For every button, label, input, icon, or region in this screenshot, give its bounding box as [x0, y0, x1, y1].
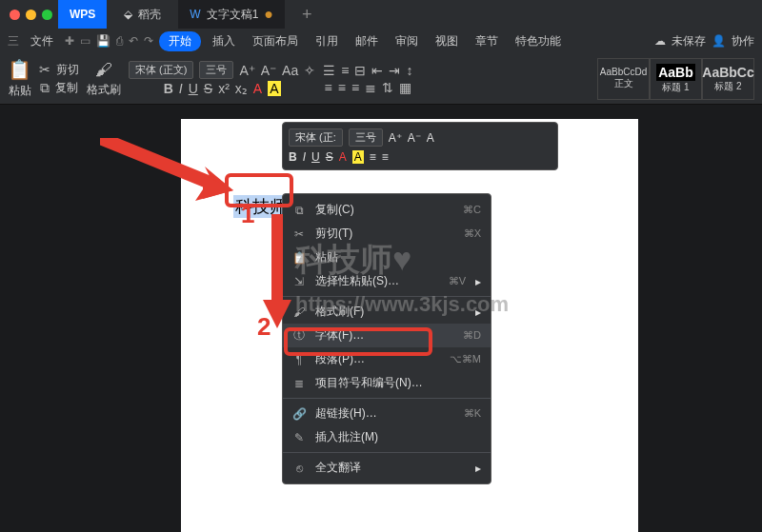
brush-icon: 🖌 — [292, 305, 306, 319]
align-center-icon[interactable]: ≡ — [338, 80, 346, 95]
menu-start[interactable]: 开始 — [159, 31, 201, 51]
superscript-button[interactable]: x² — [218, 81, 230, 96]
align-right-icon[interactable]: ≡ — [351, 80, 359, 95]
redo-icon[interactable]: ↷ — [144, 34, 153, 48]
mini-italic[interactable]: I — [303, 150, 306, 164]
mini-align[interactable]: ≡ — [370, 150, 376, 164]
mini-size-select[interactable]: 三号 — [349, 128, 383, 147]
mini-bold[interactable]: B — [289, 150, 297, 164]
tab-wps[interactable]: WPS — [58, 0, 107, 29]
align-left-icon[interactable]: ≡ — [325, 80, 332, 95]
translate-icon: ⎋ — [292, 462, 306, 475]
line-spacing-icon[interactable]: ⇅ — [382, 80, 393, 95]
menu-view[interactable]: 视图 — [430, 33, 464, 49]
ctx-copy[interactable]: ⧉复制(C)⌘C — [283, 198, 491, 222]
menu-special[interactable]: 特色功能 — [510, 33, 567, 49]
undo-icon[interactable]: ↶ — [129, 34, 138, 48]
paste-label[interactable]: 粘贴 — [9, 83, 31, 99]
style-h1[interactable]: AaBb 标题 1 — [650, 58, 702, 100]
mini-strike[interactable]: S — [326, 150, 333, 164]
hamburger-icon[interactable]: 三 — [8, 33, 19, 49]
ctx-paste-special[interactable]: ⇲选择性粘贴(S)…⌘V▸ — [283, 269, 491, 293]
font-color-icon[interactable]: A — [253, 81, 262, 96]
sort-icon[interactable]: ↕ — [406, 63, 412, 78]
bold-button[interactable]: B — [164, 81, 173, 96]
style-h2[interactable]: AaBbCc 标题 2 — [702, 58, 754, 100]
mini-underline[interactable]: U — [311, 150, 320, 164]
coop-label[interactable]: 协作 — [732, 33, 754, 49]
open-icon[interactable]: ▭ — [80, 34, 90, 48]
numbering-icon[interactable]: ≡ — [341, 63, 349, 78]
ctx-cut[interactable]: ✂剪切(T)⌘X — [283, 222, 491, 246]
style-name: 正文 — [614, 77, 633, 90]
mini-highlight[interactable]: A — [352, 150, 364, 164]
ctx-shortcut: ⌘X — [464, 227, 481, 240]
indent-left-icon[interactable]: ⇤ — [371, 63, 383, 78]
underline-button[interactable]: U — [189, 81, 198, 96]
close-dot[interactable] — [10, 10, 20, 20]
mini-font-color[interactable]: A — [339, 150, 347, 164]
comment-icon: ✎ — [292, 431, 306, 444]
font-group: 宋体 (正文) 三号 A⁺ A⁻ Aa ✧ B I U S x² x₂ A A — [129, 61, 315, 96]
menu-review[interactable]: 审阅 — [390, 33, 424, 49]
menu-chapter[interactable]: 章节 — [470, 33, 504, 49]
change-case-icon[interactable]: Aa — [282, 63, 298, 78]
highlight-icon[interactable]: A — [268, 81, 280, 96]
minimize-dot[interactable] — [26, 10, 36, 20]
bullets-icon[interactable]: ☰ — [323, 63, 335, 78]
mini-font-select[interactable]: 宋体 (正: — [289, 128, 343, 147]
menu-mail[interactable]: 邮件 — [350, 33, 384, 49]
cut-icon: ✂ — [292, 227, 306, 241]
copy-label[interactable]: 复制 — [55, 80, 78, 96]
brush-group[interactable]: 🖌 格式刷 — [87, 60, 121, 98]
shrink-font-icon[interactable]: A⁻ — [261, 63, 276, 78]
unsaved-label[interactable]: 未保存 — [672, 33, 706, 49]
tab-document[interactable]: W 文字文稿1 ● — [178, 0, 285, 29]
tab-docer[interactable]: ⬙ 稻壳 — [112, 0, 172, 29]
copy-icon[interactable]: ⧉ — [40, 80, 50, 96]
paste-icon[interactable]: 📋 — [8, 58, 31, 81]
menu-insert[interactable]: 插入 — [207, 33, 241, 49]
mini-case-icon[interactable]: A — [427, 131, 434, 145]
menu-file[interactable]: 文件 — [25, 33, 59, 49]
cut-label[interactable]: 剪切 — [56, 62, 79, 78]
zoom-dot[interactable] — [42, 10, 52, 20]
chevron-right-icon: ▸ — [475, 462, 481, 475]
ctx-shortcut: ⌘D — [463, 329, 481, 342]
font-select[interactable]: 宋体 (正文) — [129, 61, 193, 79]
size-select[interactable]: 三号 — [199, 61, 233, 79]
tab-add[interactable]: + — [291, 0, 324, 29]
annotation-box-2 — [284, 327, 432, 356]
cut-icon[interactable]: ✂ — [39, 62, 50, 77]
chevron-right-icon: ▸ — [475, 275, 481, 288]
style-normal[interactable]: AaBbCcDd 正文 — [597, 58, 650, 100]
annotation-box-1 — [225, 173, 293, 207]
styles-gallery: AaBbCcDd 正文 AaBb 标题 1 AaBbCc 标题 2 — [597, 58, 754, 100]
mini-list[interactable]: ≡ — [382, 150, 389, 164]
ctx-translate[interactable]: ⎋全文翻译▸ — [283, 456, 491, 480]
menu-ref[interactable]: 引用 — [310, 33, 344, 49]
italic-button[interactable]: I — [179, 81, 183, 96]
ctx-format-brush[interactable]: 🖌格式刷(F)▸ — [283, 300, 491, 324]
print-icon[interactable]: ⎙ — [116, 34, 123, 48]
mini-shrink-icon[interactable]: A⁻ — [408, 131, 421, 145]
menu-layout[interactable]: 页面布局 — [247, 33, 304, 49]
separator — [283, 398, 491, 399]
indent-right-icon[interactable]: ⇥ — [389, 63, 400, 78]
new-icon[interactable]: ✚ — [65, 34, 74, 48]
grow-font-icon[interactable]: A⁺ — [239, 63, 254, 78]
ctx-paste[interactable]: 📋粘贴 — [283, 246, 491, 269]
shading-icon[interactable]: ▦ — [399, 80, 411, 95]
mini-grow-icon[interactable]: A⁺ — [389, 131, 402, 145]
ctx-comment[interactable]: ✎插入批注(M) — [283, 425, 491, 449]
subscript-button[interactable]: x₂ — [235, 81, 248, 96]
multilevel-icon[interactable]: ⊟ — [354, 63, 366, 78]
save-icon[interactable]: 💾 — [96, 34, 110, 48]
clear-format-icon[interactable]: ✧ — [304, 63, 315, 78]
ctx-shortcut: ⌥⌘M — [450, 353, 481, 365]
chevron-right-icon: ▸ — [475, 305, 481, 319]
ctx-bullets[interactable]: ≣项目符号和编号(N)… — [283, 371, 491, 395]
ctx-hyperlink[interactable]: 🔗超链接(H)…⌘K — [283, 402, 491, 425]
justify-icon[interactable]: ≣ — [365, 80, 376, 95]
strike-button[interactable]: S — [204, 81, 212, 96]
